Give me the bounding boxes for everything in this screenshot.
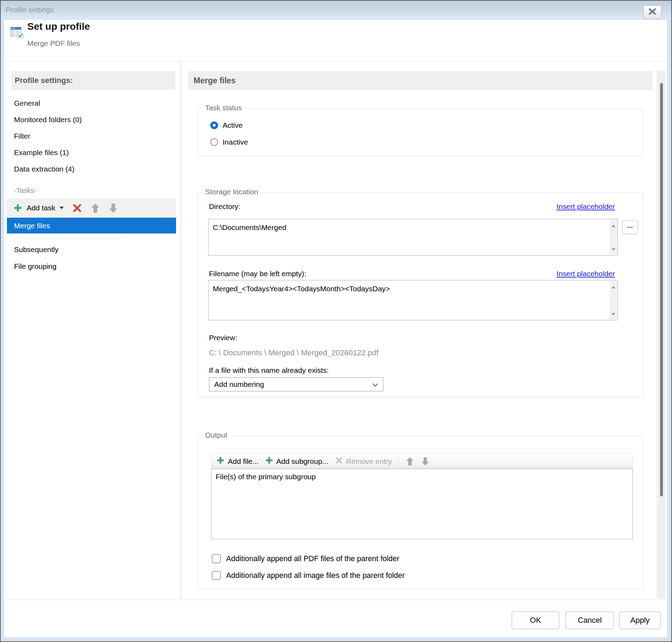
directory-input[interactable]: C:\Documents\Merged [208,219,618,256]
move-task-up-button[interactable] [90,203,101,214]
radio-option-active[interactable]: Active [210,121,243,130]
move-entry-down-button[interactable] [420,456,430,466]
move-task-down-button[interactable] [108,203,119,214]
header-divider [4,61,667,62]
profile-settings-dialog: Profile settings Set up profile Merge PD… [0,0,672,642]
add-file-button[interactable]: Add file... [216,456,259,466]
tasks-separator [16,238,124,239]
close-button[interactable] [643,5,662,19]
preview-value: C: \ Documents \ Merged \ Merged_2026012… [209,348,378,357]
arrow-up-icon [90,203,101,214]
scroll-down-icon[interactable] [611,246,615,252]
sidebar-item-filter[interactable]: Filter [14,132,30,142]
directory-value: C:\Documents\Merged [213,223,606,232]
task-status-group: Task status Active Inactive [198,109,643,156]
remove-entry-label: Remove entry [346,457,392,466]
filename-value: Merged_<TodaysYear4><TodaysMonth><Todays… [213,285,606,293]
main-scrollbar-thumb[interactable] [660,83,663,496]
output-toolbar: Add file... Add subgroup... Remove entry [211,453,633,469]
ok-button[interactable]: OK [512,612,559,629]
body-left-border [7,62,7,600]
sidebar-item-data-extraction[interactable]: Data extraction (4) [14,165,75,175]
checkbox-append-pdf[interactable]: Additionally append all PDF files of the… [212,554,399,563]
exists-dropdown[interactable]: Add numbering [209,377,383,391]
footer-divider [7,600,667,600]
delete-x-icon-disabled [335,456,343,466]
tasks-section-label: -Tasks- [14,187,36,195]
delete-task-button[interactable] [72,203,82,213]
page-subtitle: Merge PDF files [27,39,80,48]
add-file-label: Add file... [228,457,259,466]
checkbox-append-image-label: Additionally append all image files of t… [226,571,405,580]
add-task-button[interactable]: Add task [13,203,64,212]
arrow-up-icon [405,456,415,466]
scroll-up-icon[interactable] [611,284,615,290]
delete-x-icon [72,203,82,213]
scroll-up-icon[interactable] [611,222,615,229]
directory-scrollbar[interactable] [609,219,617,255]
preview-label: Preview: [209,334,237,342]
main-heading: Merge files [188,71,652,90]
plus-icon [265,456,273,466]
radio-inactive-label: Inactive [223,138,248,146]
radio-option-inactive[interactable]: Inactive [210,138,248,146]
plus-icon [13,203,22,212]
exists-label: If a file with this name already exists: [209,366,329,375]
sidebar-heading: Profile settings: [11,71,175,90]
filename-scrollbar[interactable] [609,281,617,320]
apply-button[interactable]: Apply [619,612,661,629]
chevron-down-icon [372,380,378,389]
task-item-subsequently[interactable]: Subsequently [7,242,176,257]
sidebar-item-example-files[interactable]: Example files (1) [14,148,69,159]
page-title: Set up profile [27,21,90,32]
arrow-down-icon [420,456,430,466]
task-status-legend: Task status [202,104,245,112]
move-entry-up-button[interactable] [405,456,415,466]
checkbox-icon [212,554,221,563]
directory-label: Directory: [209,202,240,211]
filename-label: Filename (may be left empty): [209,270,306,278]
window-title: Profile settings [6,6,54,14]
scroll-down-icon[interactable] [611,310,615,317]
remove-entry-button[interactable]: Remove entry [335,456,392,466]
main-scrollbar-track[interactable] [657,71,666,599]
toolbar-separator [398,456,399,467]
profile-window-icon [10,25,24,41]
browse-button[interactable]: ... [622,220,638,234]
task-item-merge-files[interactable]: Merge files [7,218,176,233]
task-item-file-grouping[interactable]: File grouping [7,258,176,274]
checkbox-append-image[interactable]: Additionally append all image files of t… [212,571,405,580]
radio-active-icon [210,121,218,129]
checkbox-append-pdf-label: Additionally append all PDF files of the… [226,554,399,563]
output-list[interactable]: File(s) of the primary subgroup [211,469,633,539]
arrow-down-icon [108,203,119,214]
sidebar-divider [181,62,181,600]
tasks-toolbar: Add task [7,198,176,218]
close-icon [648,8,657,16]
sidebar-item-general[interactable]: General [14,99,40,110]
chevron-down-icon [59,207,64,209]
list-item[interactable]: File(s) of the primary subgroup [211,469,632,481]
radio-inactive-icon [210,138,218,146]
plus-icon [216,456,225,466]
insert-placeholder-link-filename[interactable]: Insert placeholder [556,270,615,278]
cancel-button[interactable]: Cancel [566,612,614,629]
add-subgroup-label: Add subgroup... [276,457,328,466]
storage-location-legend: Storage location [202,188,262,196]
add-task-label: Add task [27,204,55,212]
filename-input[interactable]: Merged_<TodaysYear4><TodaysMonth><Todays… [208,280,618,320]
sidebar-item-monitored-folders[interactable]: Monitored folders (0) [14,116,82,126]
checkbox-icon [212,571,221,580]
add-subgroup-button[interactable]: Add subgroup... [265,456,328,466]
exists-dropdown-value: Add numbering [214,380,264,389]
radio-active-label: Active [223,121,243,130]
output-legend: Output [202,431,231,439]
insert-placeholder-link-directory[interactable]: Insert placeholder [556,202,615,211]
titlebar: Profile settings [1,1,671,20]
